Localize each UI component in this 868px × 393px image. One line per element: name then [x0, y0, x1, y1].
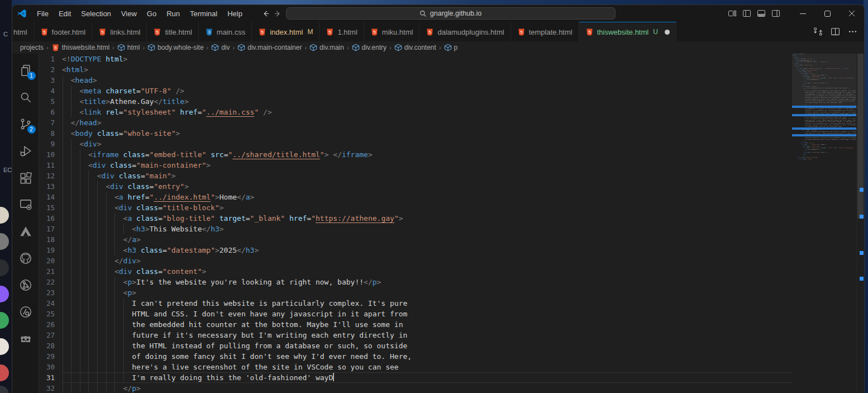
indent-guide — [80, 171, 80, 181]
code-line-11[interactable]: 11 <div class="main-container"> — [39, 160, 792, 171]
tab-main-css[interactable]: 3main.css — [199, 22, 252, 41]
code-line-15[interactable]: 15 <div class="title-block"> — [39, 202, 792, 213]
toggle-panel-icon[interactable] — [757, 9, 766, 18]
close-button[interactable] — [840, 5, 864, 22]
code-line-22[interactable]: 22 <p>It's the website you're looking at… — [39, 277, 792, 287]
code-line-6[interactable]: 6 <link rel="stylesheet" href="../main.c… — [39, 107, 792, 117]
menu-run[interactable]: Run — [162, 8, 184, 20]
tab-label: thiswebsite.html — [597, 28, 648, 36]
open-changes-icon[interactable] — [813, 27, 823, 36]
code-line-9[interactable]: 9 <div> — [39, 139, 792, 149]
code-line-7[interactable]: 7 </head> — [39, 117, 792, 128]
code-line-29[interactable]: 29 of doing some fancy shit I don't see … — [39, 351, 792, 362]
toggle-primary-sidebar-icon[interactable] — [742, 9, 751, 18]
code-line-4[interactable]: 4 <meta charset="UTF-8" /> — [39, 86, 792, 96]
code-line-1[interactable]: 1<!DOCTYPE html> — [39, 54, 792, 64]
breadcrumb-item-thiswebsite-html[interactable]: 5thiswebsite.html — [51, 44, 109, 52]
split-editor-icon[interactable] — [831, 27, 840, 36]
godot-icon[interactable] — [12, 325, 39, 352]
code-editor[interactable]: 1<!DOCTYPE html>2<html>3 <head>4 <meta c… — [39, 54, 792, 393]
breadcrumb-item-div-entry[interactable]: div.entry — [352, 44, 387, 51]
tab-index-html[interactable]: 5index.htmlM — [252, 22, 319, 41]
menu-file[interactable]: File — [32, 8, 53, 20]
breadcrumb-item-html[interactable]: html — [117, 44, 140, 51]
explorer-icon[interactable]: 1 — [12, 57, 39, 84]
more-actions-icon[interactable] — [848, 27, 857, 36]
command-center-search[interactable]: gnargle.github.io — [286, 7, 616, 20]
menu-edit[interactable]: Edit — [54, 8, 75, 20]
code-line-16[interactable]: 16 <a class="blog-title" target="_blank"… — [39, 213, 792, 224]
code-line-20[interactable]: 20 </div> — [39, 255, 792, 266]
menu-view[interactable]: View — [117, 8, 141, 20]
github-icon[interactable] — [12, 245, 39, 272]
background-text-fragment: C — [3, 31, 8, 37]
breadcrumb-item-body-whole-site[interactable]: body.whole-site — [147, 44, 204, 51]
search-icon[interactable] — [12, 84, 39, 111]
tab-label: index.html — [270, 28, 303, 36]
minimize-button[interactable] — [790, 5, 815, 22]
breadcrumb-item-projects[interactable]: projects — [20, 44, 44, 51]
nav-back-button[interactable] — [261, 9, 270, 18]
code-line-3[interactable]: 3 <head> — [39, 75, 792, 86]
toggle-secondary-sidebar-icon[interactable] — [771, 9, 780, 18]
tab-links-html[interactable]: 5links.html — [92, 22, 147, 41]
breadcrumb-item-div-content[interactable]: div.content — [394, 44, 436, 51]
code-line-26[interactable]: 26 the embedded hit counter at the botto… — [39, 319, 792, 330]
code-line-24[interactable]: 24 I can't pretend this website is parti… — [39, 298, 792, 309]
code-line-21[interactable]: 21 <div class="content"> — [39, 266, 792, 277]
minimap[interactable]: <!DOCTYPE html><html> <head> <meta chars… — [792, 54, 856, 393]
extensions-icon[interactable] — [12, 164, 39, 191]
maximize-button[interactable] — [815, 5, 840, 22]
code-line-13[interactable]: 13 <div class="entry"> — [39, 181, 792, 192]
tab-thiswebsite-html[interactable]: 5thiswebsite.htmlU — [579, 22, 676, 41]
code-line-8[interactable]: 8 <body class="whole-site"> — [39, 128, 792, 139]
triangle-extension-icon[interactable] — [12, 218, 39, 245]
scrollbar-thumb[interactable] — [857, 54, 864, 219]
code-line-28[interactable]: 28 the HTML instead of pulling from a da… — [39, 340, 792, 351]
breadcrumb-item-div[interactable]: div — [211, 44, 230, 51]
gitlens-icon[interactable] — [12, 272, 39, 299]
tab-miku-html[interactable]: 5miku.html — [364, 22, 420, 41]
code-line-14[interactable]: 14 <a href="../index.html">Home</a> — [39, 192, 792, 202]
breadcrumb-item-div-main-container[interactable]: div.main-container — [237, 44, 302, 51]
code-line-10[interactable]: 10 <iframe class="embed-title" src="../s… — [39, 149, 792, 160]
html-file-icon: 5 — [326, 28, 334, 36]
breadcrumb-item-p[interactable]: p — [444, 44, 458, 51]
tab-template-html[interactable]: 5template.html — [511, 22, 579, 41]
tab-html[interactable]: html — [12, 22, 34, 41]
code-line-18[interactable]: 18 </a> — [39, 234, 792, 245]
code-line-12[interactable]: 12 <div class="main"> — [39, 171, 792, 181]
code-line-19[interactable]: 19 <h3 class="datestamp">2025</h3> — [39, 245, 792, 255]
nav-forward-button[interactable] — [274, 9, 283, 18]
editor-scrollbar[interactable] — [856, 54, 864, 393]
code-line-17[interactable]: 17 <h3>This Website</h3> — [39, 224, 792, 234]
remote-explorer-icon[interactable] — [12, 191, 39, 218]
breadcrumb-separator: › — [206, 44, 210, 51]
tab-title-html[interactable]: 5title.html — [147, 22, 198, 41]
unsaved-dot-icon[interactable] — [665, 30, 670, 35]
code-line-31[interactable]: 31 I'm really doing this the 'old-fashio… — [39, 372, 792, 383]
menu-terminal[interactable]: Terminal — [185, 8, 222, 20]
indent-guide — [123, 224, 124, 234]
code-line-32[interactable]: 32 </p> — [39, 383, 792, 393]
code-line-2[interactable]: 2<html> — [39, 64, 792, 75]
indent-guide — [63, 245, 63, 255]
code-line-23[interactable]: 23 <p> — [39, 287, 792, 298]
code-line-27[interactable]: 27 future if it's necessary but I'm writ… — [39, 330, 792, 340]
code-line-30[interactable]: 30 here's a live screenshot of the site … — [39, 362, 792, 372]
run-debug-icon[interactable] — [12, 138, 39, 164]
menu-help[interactable]: Help — [223, 8, 247, 20]
customize-layout-icon[interactable] — [728, 9, 737, 18]
tab-1-html[interactable]: 51.html — [319, 22, 364, 41]
code-line-25[interactable]: 25 HTML and CSS. I don't even have any j… — [39, 309, 792, 319]
indent-guide — [63, 213, 63, 224]
menu-go[interactable]: Go — [142, 8, 161, 20]
tab-footer-html[interactable]: 5footer.html — [34, 22, 93, 41]
tab-dalamudplugins-html[interactable]: 5dalamudplugins.html — [419, 22, 511, 41]
indent-guide — [97, 309, 98, 319]
gitlens-inspect-icon[interactable] — [12, 299, 39, 325]
breadcrumb-item-div-main[interactable]: div.main — [309, 44, 344, 51]
code-line-5[interactable]: 5 <title>Athene.Gay</title> — [39, 96, 792, 107]
menu-selection[interactable]: Selection — [77, 8, 115, 20]
source-control-icon[interactable]: 2 — [12, 111, 39, 138]
